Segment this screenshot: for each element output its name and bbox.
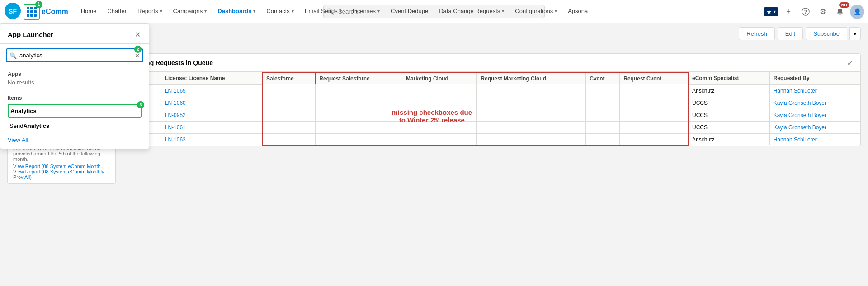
- setup-icon[interactable]: ⚙: [816, 5, 830, 19]
- app-launcher-button[interactable]: 1: [24, 4, 40, 20]
- table-row: Kristina LN-1061 UCCS Kayla Gronseth Boy…: [122, 121, 860, 133]
- user-avatar[interactable]: 👤: [850, 5, 864, 19]
- cell-specialist: UCCS: [688, 109, 769, 121]
- cell-req-sf: [315, 121, 402, 133]
- brand-name: eComm: [42, 8, 68, 16]
- top-navigation: SF 1 eComm Home Chatter Reports ▾ Campai: [0, 0, 868, 23]
- requested-by-link[interactable]: Kayla Gronseth Boyer: [774, 112, 826, 118]
- table-row: Katelyn LN-1060 UCCS Kayla Gronseth Boye…: [122, 97, 860, 109]
- dashboards-chevron: ▾: [253, 9, 255, 14]
- requested-by-link[interactable]: Kayla Gronseth Boyer: [774, 124, 826, 131]
- clear-search-button[interactable]: ✕: [135, 52, 140, 59]
- cell-mktg: [402, 97, 476, 109]
- cell-sf: [262, 133, 315, 145]
- expand-button[interactable]: ⤢: [847, 58, 853, 67]
- cell-sf: [262, 97, 315, 109]
- cell-req-mktg: [477, 84, 586, 97]
- view-all-link[interactable]: View All: [8, 135, 142, 145]
- table-row: Kira LN-0952 UCCS Kayla Gronseth Boyer: [122, 109, 860, 121]
- nav-item-apsona[interactable]: Apsona: [562, 0, 593, 23]
- cell-requested-by: Kayla Gronseth Boyer: [769, 109, 860, 121]
- col-specialist: eComm Specialist: [688, 72, 769, 84]
- nav-item-contacts[interactable]: Contacts ▾: [261, 0, 299, 23]
- nav-item-campaigns[interactable]: Campaigns ▾: [168, 0, 212, 23]
- notifications-badge: 20+: [839, 2, 849, 8]
- license-link[interactable]: LN-1061: [165, 124, 186, 131]
- refresh-button[interactable]: Refresh: [739, 27, 775, 40]
- nav-item-configurations[interactable]: Configurations ▾: [509, 0, 562, 23]
- report-link-1[interactable]: View Report (08 System eComm Month...: [13, 164, 110, 169]
- cell-requested-by: Hannah Schlueter: [769, 84, 860, 97]
- app-launcher-dropdown: App Launcher ✕ 🔍 ✕ 2 Apps No results Ite…: [0, 23, 149, 149]
- app-launcher-search-input[interactable]: [6, 48, 143, 62]
- nav-item-data-change[interactable]: Data Change Requests ▾: [434, 0, 509, 23]
- nav-item-cvent-dedupe[interactable]: Cvent Dedupe: [385, 0, 434, 23]
- cell-sf: [262, 121, 315, 133]
- apps-section: Apps No results: [0, 67, 149, 91]
- items-label: Items: [8, 95, 142, 101]
- subscribe-button[interactable]: Subscribe: [806, 27, 847, 40]
- favorites-button[interactable]: ★ ▾: [764, 7, 778, 16]
- nav-item-email-sends[interactable]: Email Sends ▾: [299, 0, 347, 23]
- edit-button[interactable]: Edit: [778, 27, 803, 40]
- col-license: License: License Name: [161, 72, 262, 84]
- app-launcher-search-wrapper: 🔍 ✕: [0, 44, 149, 67]
- license-link[interactable]: LN-1065: [165, 88, 186, 94]
- star-icon: ★: [766, 8, 772, 15]
- cell-mktg: [402, 121, 476, 133]
- svg-text:SF: SF: [9, 8, 17, 15]
- reports-chevron: ▾: [160, 9, 162, 14]
- nav-item-reports[interactable]: Reports ▾: [132, 0, 168, 23]
- col-req-sf: Request Salesforce: [315, 72, 402, 84]
- nav-item-licenses[interactable]: Licenses ▾: [347, 0, 385, 23]
- add-button[interactable]: ＋: [781, 5, 796, 19]
- cell-req-cvent: [620, 84, 688, 97]
- nav-item-chatter[interactable]: Chatter: [102, 0, 132, 23]
- nav-item-dashboards[interactable]: Dashboards ▾: [212, 0, 261, 23]
- license-link[interactable]: LN-1060: [165, 100, 186, 106]
- send-analytics-prefix: Send: [9, 122, 23, 129]
- configurations-chevron: ▾: [555, 9, 557, 14]
- svg-text:?: ?: [804, 9, 807, 14]
- items-section: Items 3 Analytics Send Analytics View Al…: [0, 91, 149, 149]
- cell-cvent: [586, 133, 620, 145]
- chevron-down-icon: ▾: [774, 9, 776, 14]
- report-link-2[interactable]: View Report (08 System eComm Monthly Pro…: [13, 169, 110, 180]
- cell-req-cvent: [620, 121, 688, 133]
- cell-mktg: [402, 84, 476, 97]
- cell-req-cvent: [620, 97, 688, 109]
- requested-by-link[interactable]: Kayla Gronseth Boyer: [774, 100, 826, 106]
- cell-mktg: [402, 109, 476, 121]
- cell-req-sf: [315, 84, 402, 97]
- close-button[interactable]: ✕: [134, 29, 142, 40]
- analytics-item[interactable]: 3 Analytics: [8, 104, 142, 118]
- cell-requested-by: Hannah Schlueter: [769, 133, 860, 145]
- cell-req-mktg: [477, 109, 586, 121]
- nav-item-home[interactable]: Home: [75, 0, 102, 23]
- send-analytics-item[interactable]: Send Analytics: [8, 120, 142, 132]
- cell-requested-by: Kayla Gronseth Boyer: [769, 121, 860, 133]
- data-change-chevron: ▾: [502, 9, 504, 14]
- cell-license: LN-1063: [161, 133, 262, 145]
- requested-by-link[interactable]: Hannah Schlueter: [774, 136, 817, 143]
- cell-sf: [262, 84, 315, 97]
- help-button[interactable]: ?: [798, 5, 813, 19]
- badge-2-container: 2: [134, 46, 142, 53]
- cell-req-mktg: [477, 121, 586, 133]
- grid-icon: [27, 7, 37, 17]
- subscribe-dropdown-button[interactable]: ▾: [849, 27, 861, 40]
- salesforce-logo[interactable]: SF: [4, 2, 22, 21]
- data-table: Name ↑ License: License Name Salesforce …: [122, 72, 860, 146]
- badge-3: 3: [137, 101, 144, 108]
- table-wrapper: Name ↑ License: License Name Salesforce …: [122, 72, 860, 146]
- notifications-button[interactable]: 20+: [833, 5, 847, 19]
- cell-requested-by: Kayla Gronseth Boyer: [769, 97, 860, 109]
- requested-by-link[interactable]: Hannah Schlueter: [774, 88, 817, 94]
- col-salesforce: Salesforce: [262, 72, 315, 84]
- licenses-chevron: ▾: [377, 9, 380, 14]
- badge-2: 2: [134, 46, 142, 53]
- license-link[interactable]: LN-1063: [165, 136, 186, 143]
- license-link[interactable]: LN-0952: [165, 112, 186, 118]
- apps-no-results: No results: [8, 79, 142, 86]
- email-sends-chevron: ▾: [340, 9, 342, 14]
